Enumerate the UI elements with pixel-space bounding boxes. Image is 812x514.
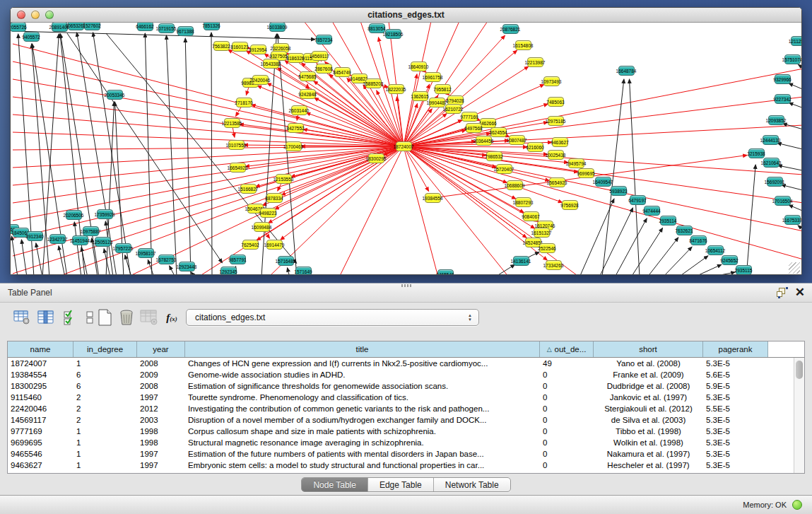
table-cell[interactable]: 1 — [73, 460, 137, 471]
graph-node[interactable]: 9084067 — [523, 211, 539, 221]
function-builder-icon[interactable]: f(x) — [161, 307, 182, 328]
graph-node[interactable]: 7857234 — [316, 35, 332, 45]
graph-node[interactable]: 16210643 — [763, 158, 779, 168]
graph-node[interactable]: 8912954 — [250, 45, 266, 54]
graph-node[interactable]: 1292345 — [220, 267, 237, 275]
graph-node[interactable]: 15751074 — [784, 54, 801, 64]
graph-node[interactable]: 8878334 — [266, 193, 283, 203]
graph-node[interactable]: 10654112 — [707, 245, 724, 255]
table-cell[interactable]: 18300295 — [8, 380, 73, 392]
table-cell[interactable]: 2012 — [137, 403, 185, 414]
graph-node[interactable]: 8160123 — [232, 42, 248, 52]
graph-node[interactable]: 16210722 — [445, 104, 461, 114]
table-row[interactable]: 2242004622012Investigating the contribut… — [8, 403, 804, 414]
tab-node-table[interactable]: Node Table — [302, 478, 368, 491]
table-row[interactable]: 1938455462009Genome-wide association stu… — [8, 369, 804, 380]
graph-node[interactable]: 9242848 — [300, 89, 316, 99]
graph-node[interactable]: 14136141 — [513, 256, 529, 266]
graph-node[interactable]: 6497568 — [466, 123, 482, 133]
table-cell[interactable]: Tourette syndrome. Phenomenology and cla… — [185, 392, 540, 403]
graph-node[interactable]: 10958107 — [138, 248, 154, 258]
graph-node[interactable]: 9227342 — [775, 94, 791, 104]
graph-node[interactable]: 10807487 — [509, 135, 525, 145]
float-panel-icon[interactable] — [777, 287, 788, 298]
table-cell[interactable]: Investigating the contribution of common… — [185, 403, 540, 414]
graph-node[interactable]: 20891406 — [52, 23, 68, 32]
graph-node[interactable]: 10107553 — [228, 140, 245, 150]
table-cell[interactable]: 0 — [540, 392, 594, 403]
table-cell[interactable]: 22420046 — [8, 403, 73, 414]
graph-node[interactable]: 22420046 — [252, 75, 269, 85]
graph-node[interactable]: 7632621 — [676, 226, 693, 235]
graph-node[interactable]: 19384554 — [425, 193, 441, 203]
delete-table-icon[interactable] — [116, 307, 137, 328]
table-row[interactable]: 946362711997Embryonic stem cells: a mode… — [8, 460, 804, 471]
graph-node[interactable]: 3624554 — [490, 127, 507, 137]
graph-node[interactable]: 8471676 — [690, 235, 707, 245]
table-cell[interactable]: Estimation of the future numbers of pati… — [185, 448, 540, 460]
graph-node[interactable]: 10973493 — [543, 76, 560, 86]
table-cell[interactable]: 6 — [73, 369, 137, 380]
table-cell[interactable]: 1 — [73, 437, 137, 448]
graph-node[interactable]: 16033809 — [269, 23, 286, 32]
graph-node[interactable]: 1362615 — [412, 91, 428, 101]
table-cell[interactable]: Nakamura et al. (1997) — [594, 448, 703, 460]
table-cell[interactable]: 5.3E-5 — [703, 392, 768, 403]
table-cell[interactable]: 9115460 — [8, 392, 73, 403]
table-cell[interactable]: Embryonic stem cells: a model to study s… — [185, 460, 540, 471]
tab-edge-table[interactable]: Edge Table — [368, 478, 434, 491]
graph-node[interactable]: 10719155 — [158, 23, 175, 33]
graph-node[interactable]: 16782753 — [158, 255, 175, 264]
table-cell[interactable]: 0 — [540, 426, 594, 437]
table-cell[interactable]: 0 — [540, 437, 594, 448]
graph-node[interactable]: 9405572 — [23, 32, 40, 42]
graph-node[interactable]: 12213987 — [527, 57, 543, 67]
graph-node[interactable]: 2522546 — [539, 243, 555, 253]
graph-node[interactable]: 16914479 — [266, 240, 283, 250]
graph-node[interactable]: 12342737 — [49, 234, 66, 244]
table-cell[interactable]: Yano et al. (2008) — [594, 358, 703, 369]
table-cell[interactable]: 5.3E-5 — [703, 437, 768, 448]
graph-node[interactable]: 1527602 — [84, 23, 100, 30]
table-cell[interactable]: Franke et al. (2009) — [594, 369, 703, 380]
graph-node[interactable]: 26031440 — [291, 105, 307, 115]
graph-node[interactable]: 6216060 — [527, 142, 543, 152]
table-cell[interactable]: 0 — [540, 414, 594, 426]
graph-node[interactable]: 15692091 — [767, 177, 783, 187]
table-cell[interactable]: Corpus callosum shape and size in male p… — [185, 426, 540, 437]
graph-node[interactable]: 8427552 — [288, 123, 304, 133]
table-cell[interactable]: 2 — [73, 392, 137, 403]
table-cell[interactable]: 5.5E-5 — [703, 403, 768, 414]
graph-node[interactable]: 20206506 — [66, 210, 82, 220]
table-cell[interactable]: Hescheler et al. (1997) — [594, 460, 703, 471]
graph-node[interactable]: 15654923 — [549, 177, 565, 187]
graph-node[interactable]: 17359928 — [97, 209, 113, 219]
table-row[interactable]: 1830029562008Estimation of significance … — [8, 380, 804, 392]
graph-node[interactable]: 10688609 — [507, 180, 523, 190]
table-cell[interactable]: 1 — [73, 426, 137, 437]
table-cell[interactable]: 1998 — [137, 437, 185, 448]
table-cell[interactable]: 1997 — [137, 448, 185, 460]
table-selector-dropdown[interactable]: citations_edges.txt ▲▼ — [186, 309, 479, 326]
show-columns-icon[interactable] — [35, 307, 57, 328]
table-cell[interactable]: 1998 — [137, 426, 185, 437]
new-table-icon[interactable] — [95, 307, 116, 328]
graph-node[interactable]: 20876821 — [502, 24, 519, 34]
graph-node[interactable]: 15716485 — [278, 256, 294, 266]
table-cell[interactable]: 5.6E-5 — [703, 369, 768, 380]
graph-node[interactable]: 18807293 — [515, 197, 531, 207]
table-cell[interactable]: 9463627 — [8, 460, 73, 471]
graph-node[interactable]: 2055726 — [11, 23, 26, 32]
table-cell[interactable]: Disruption of a novel member of a sodium… — [185, 414, 540, 426]
table-cell[interactable]: 2 — [73, 414, 137, 426]
column-header-out_de[interactable]: △out_de... — [540, 341, 594, 357]
graph-node[interactable]: 5475685 — [300, 71, 316, 81]
graph-node[interactable]: 8813054 — [369, 23, 385, 33]
graph-node[interactable]: 11675337 — [784, 215, 801, 225]
tab-network-table[interactable]: Network Table — [434, 478, 510, 491]
graph-node[interactable]: 9857791 — [230, 255, 246, 264]
graph-node[interactable]: 12923448 — [179, 262, 195, 271]
column-header-year[interactable]: year — [137, 341, 185, 357]
graph-node[interactable]: 6479197 — [630, 195, 646, 205]
table-cell[interactable]: 0 — [540, 448, 594, 460]
